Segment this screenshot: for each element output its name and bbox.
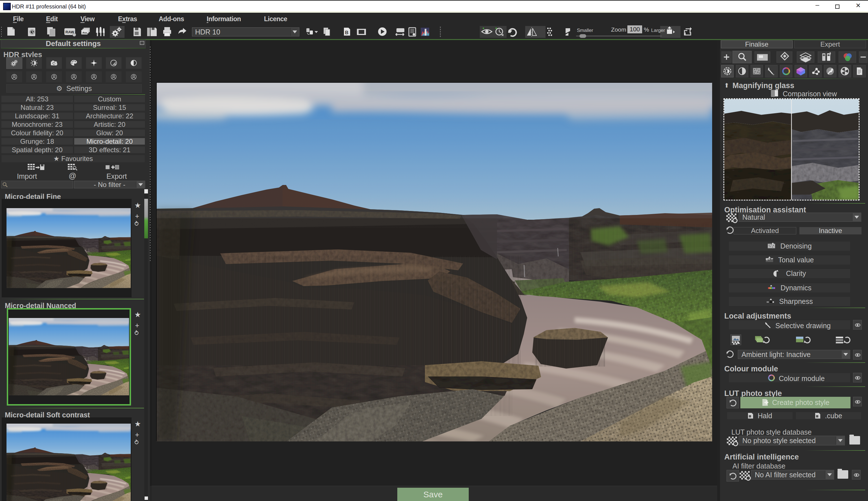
svg-text:B: B <box>345 30 349 35</box>
